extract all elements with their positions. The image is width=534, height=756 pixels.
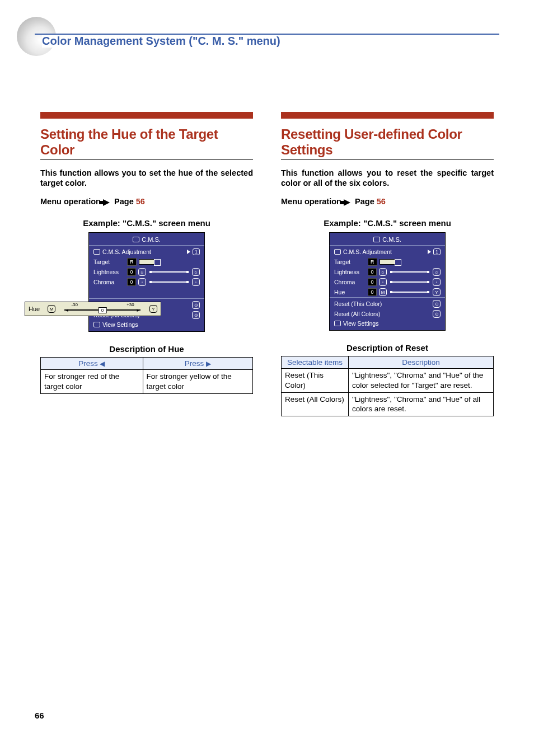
reset-desc-1: "Lightness", "Chroma" and "Hue" of all c… (349, 392, 494, 416)
left-column: Setting the Hue of the Target Color This… (40, 112, 253, 416)
enter-icon: ⊙ (433, 310, 441, 318)
hue-arrow-left-icon: ◄ (64, 308, 69, 313)
table-row: Reset (All Colors) "Lightness", "Chroma"… (282, 392, 494, 416)
osd-view-settings-row: View Settings (330, 319, 445, 330)
osd-adjustment-label: C.M.S. Adjustment (343, 248, 392, 255)
hue-arrow-right-icon: ► (136, 308, 140, 313)
lightness-right-glyph-icon: ☼ (433, 268, 441, 276)
adjustment-icon (334, 249, 341, 255)
target-chip-icon (139, 259, 154, 265)
target-label: Target (93, 259, 125, 265)
lightness-slider (149, 271, 189, 273)
osd-reset-this-row: Reset (This Color) ⊙ (330, 299, 445, 309)
chroma-right-glyph-icon: ◦ (433, 278, 441, 286)
osd-reset-all-row: Reset (All Colors) ⊙ (330, 309, 445, 319)
hue-right-y-icon: Y (433, 288, 441, 296)
hue-left-m-icon: M (379, 288, 387, 296)
hue-row-placeholder (89, 287, 204, 298)
osd-separator (330, 245, 445, 246)
hue-zero-box: 0 (99, 307, 106, 313)
reset-table-header-items: Selectable items (282, 356, 349, 369)
osd-title: C.M.S. (382, 236, 401, 243)
reset-item-0: Reset (This Color) (282, 369, 349, 392)
hue-popout: Hue M -30 +30 ◄ ► 0 Y (25, 302, 161, 316)
osd-screenshot-wrap: C.M.S. C.M.S. Adjustment 1 Target R (281, 232, 494, 331)
hue-table-cell-left: For stronger red of the target color (41, 370, 143, 393)
example-caption: Example: "C.M.S." screen menu (281, 218, 494, 228)
hue-label: Hue (334, 289, 366, 295)
osd-separator (89, 298, 204, 299)
osd-chroma-row: Chroma 0 ◦ ◦ (89, 277, 204, 287)
osd-panel: C.M.S. C.M.S. Adjustment 1 Target R (329, 232, 446, 331)
menuop-page-label: Page (355, 197, 374, 206)
osd-adjustment-row: C.M.S. Adjustment 1 (330, 247, 445, 257)
osd-one-badge: 1 (193, 248, 200, 255)
target-value: R (368, 258, 377, 266)
menuop-page-link[interactable]: 56 (136, 197, 145, 206)
press-label-right: Press (185, 359, 204, 368)
osd-cms-icon (373, 237, 380, 242)
lightness-value: 0 (368, 268, 377, 276)
intro-text: This function allows you to reset the sp… (281, 168, 494, 188)
chroma-left-glyph-icon: ◦ (379, 278, 387, 286)
description-of-hue-title: Description of Hue (40, 344, 253, 354)
left-arrow-icon: ◀ (100, 360, 105, 368)
reset-table-header-desc: Description (349, 356, 494, 369)
description-of-reset-title: Description of Reset (281, 343, 494, 353)
hue-max-tick: +30 (127, 302, 134, 307)
lightness-slider (390, 271, 429, 273)
hue-table-cell-right: For stronger yellow of the target color (143, 370, 252, 393)
view-settings-label: View Settings (102, 321, 138, 328)
osd-separator (89, 245, 204, 246)
osd-chroma-row: Chroma 0 ◦ ◦ (330, 277, 445, 287)
osd-view-settings-row: View Settings (89, 320, 204, 331)
menuop-prefix: Menu operation (281, 197, 341, 206)
osd-panel: C.M.S. C.M.S. Adjustment 1 Target R (88, 232, 205, 332)
lightness-value: 0 (127, 268, 136, 276)
section-bar (40, 112, 253, 119)
hue-description-table: Press ◀ Press ▶ For stronger red of the … (40, 357, 253, 393)
arrow-right-icon (428, 250, 431, 254)
hue-slider (390, 292, 429, 293)
menuop-page-label: Page (114, 197, 134, 206)
osd-adjustment-label: C.M.S. Adjustment (102, 248, 151, 255)
hue-pop-label: Hue (29, 306, 40, 312)
chroma-slider (390, 281, 429, 283)
example-caption: Example: "C.M.S." screen menu (40, 218, 253, 228)
hue-left-m-icon: M (48, 305, 55, 313)
chroma-slider (149, 281, 189, 283)
lightness-right-glyph-icon: ☼ (192, 268, 200, 276)
osd-target-row: Target R (330, 257, 445, 267)
lightness-left-glyph-icon: ☼ (138, 268, 146, 276)
osd-one-badge: 1 (433, 248, 441, 255)
page-number: 66 (35, 711, 44, 720)
hue-value: 0 (368, 288, 377, 296)
menu-operation-line: Menu operation Page 56 (281, 197, 494, 206)
menuop-page-link[interactable]: 56 (377, 197, 386, 206)
intro-text: This function allows you to set the hue … (40, 168, 253, 188)
arrow-right-icon (187, 250, 190, 254)
section-heading-reset: Resetting User-defined Color Settings (281, 126, 494, 160)
osd-lightness-row: Lightness 0 ☼ ☼ (89, 267, 204, 277)
enter-icon: ⊙ (433, 300, 441, 308)
section-bar (281, 112, 494, 119)
hue-table-header-left: Press ◀ (41, 358, 143, 370)
osd-separator (330, 297, 445, 298)
osd-title-row: C.M.S. (330, 235, 445, 245)
table-row: Reset (This Color) "Lightness", "Chroma"… (282, 369, 494, 392)
lightness-label: Lightness (334, 269, 366, 275)
hue-min-tick: -30 (71, 302, 78, 307)
osd-adjustment-row: C.M.S. Adjustment 1 (89, 247, 204, 257)
chroma-right-glyph-icon: ◦ (192, 278, 200, 286)
view-settings-label: View Settings (343, 320, 378, 327)
right-arrow-icon: ▶ (206, 360, 211, 368)
lightness-left-glyph-icon: ☼ (379, 268, 387, 276)
adjustment-icon (93, 249, 100, 255)
chroma-value: 0 (127, 278, 136, 286)
reset-description-table: Selectable items Description Reset (This… (281, 356, 494, 416)
osd-screenshot-wrap: C.M.S. C.M.S. Adjustment 1 Target R (40, 232, 253, 332)
right-column: Resetting User-defined Color Settings Th… (281, 112, 494, 416)
osd-title: C.M.S. (142, 236, 161, 243)
osd-lightness-row: Lightness 0 ☼ ☼ (330, 267, 445, 277)
reset-desc-0: "Lightness", "Chroma" and "Hue" of the c… (349, 369, 494, 392)
